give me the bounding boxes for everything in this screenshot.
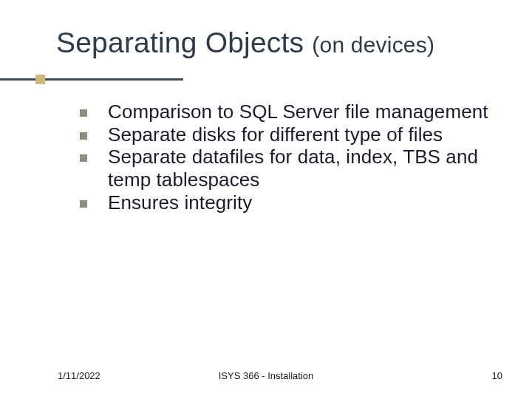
list-item: Separate datafiles for data, index, TBS …: [80, 146, 495, 191]
bullet-text: Comparison to SQL Server file management: [108, 100, 488, 123]
bullet-square-icon: [80, 154, 87, 162]
title-underline: [0, 78, 183, 81]
bullet-text: Separate disks for different type of fil…: [108, 123, 443, 146]
slide-title: Separating Objects (on devices): [56, 27, 510, 59]
bullet-list: Comparison to SQL Server file management…: [80, 100, 495, 214]
slide-footer: 1/11/2022 ISYS 366 - Installation 10: [0, 370, 532, 381]
list-item: Separate disks for different type of fil…: [80, 123, 495, 146]
title-accent-square: [35, 75, 45, 84]
bullet-square-icon: [80, 132, 87, 140]
title-sub: (on devices): [312, 33, 434, 57]
title-main: Separating Objects: [56, 27, 312, 58]
bullet-text: Separate datafiles for data, index, TBS …: [108, 146, 495, 191]
bullet-square-icon: [80, 109, 87, 117]
slide: Separating Objects (on devices) Comparis…: [0, 0, 532, 399]
list-item: Comparison to SQL Server file management: [80, 100, 495, 123]
footer-page-number: 10: [492, 370, 502, 381]
footer-course: ISYS 366 - Installation: [219, 370, 314, 381]
footer-date: 1/11/2022: [58, 370, 100, 381]
bullet-square-icon: [80, 200, 87, 208]
list-item: Ensures integrity: [80, 191, 495, 214]
bullet-text: Ensures integrity: [108, 191, 252, 214]
